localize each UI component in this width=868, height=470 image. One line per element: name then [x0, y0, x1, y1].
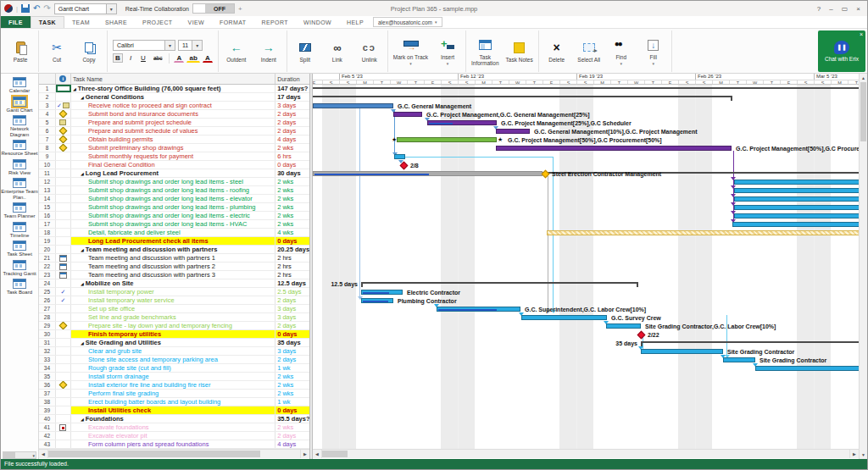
sidebar-item-task-board[interactable]: Task Board: [1, 279, 38, 296]
row-id[interactable]: 29: [39, 322, 56, 329]
row-id[interactable]: 30: [39, 330, 56, 338]
task-name-cell[interactable]: Set up site office: [71, 305, 275, 312]
duration-cell[interactable]: 2 days: [275, 127, 309, 135]
duration-cell[interactable]: 1 wk: [275, 398, 309, 406]
task-bar[interactable]: [521, 315, 607, 320]
table-row[interactable]: 25✓Install temporary power2.5 days: [39, 288, 309, 296]
duration-cell[interactable]: 3 days: [275, 347, 309, 355]
pin-icon[interactable]: +: [238, 5, 242, 13]
table-row[interactable]: 24◢Mobilize on Site12.5 days: [39, 279, 309, 288]
table-row[interactable]: 27Set up site office3 days: [39, 305, 309, 313]
row-id[interactable]: 3: [39, 102, 56, 109]
duration-cell[interactable]: 2 hrs: [275, 263, 309, 270]
table-row[interactable]: 10Final General Condition0 days: [39, 161, 309, 169]
task-name-cell[interactable]: Install exterior fire line and building …: [71, 381, 275, 389]
sidebar-item-tracking-gantt[interactable]: Tracking Gantt: [1, 260, 38, 277]
task-name-cell[interactable]: Set line and grade benchmarks: [71, 313, 275, 321]
duration-cell[interactable]: 0 days: [275, 406, 309, 414]
view-selector[interactable]: Gantt Chart ▾: [54, 3, 117, 14]
close-button[interactable]: ×: [856, 5, 860, 13]
row-id[interactable]: 43: [39, 440, 56, 448]
row-id[interactable]: 37: [39, 390, 56, 397]
row-id[interactable]: 16: [39, 212, 56, 219]
help-button[interactable]: ?: [817, 5, 821, 13]
duration-cell[interactable]: 2 wks: [275, 390, 309, 397]
table-row[interactable]: 34Rough grade site (cut and fill)1 wk: [39, 364, 309, 373]
table-hscrollbar[interactable]: ◀ ▶: [39, 449, 309, 458]
task-bar[interactable]: [394, 154, 405, 159]
row-id[interactable]: 41: [39, 423, 56, 431]
table-row[interactable]: 23Team meeting and discussion with partn…: [39, 271, 309, 279]
table-row[interactable]: 7Obtain building permits4 days: [39, 135, 309, 144]
table-row[interactable]: 4Submit bond and insurance documents2 da…: [39, 110, 309, 119]
font-color-button[interactable]: A: [203, 53, 213, 63]
mark-on-track-button[interactable]: Mark on Track▾: [393, 37, 428, 65]
task-name-cell[interactable]: Submit shop drawings and order long lead…: [71, 203, 275, 211]
table-row[interactable]: 2◢General Conditions17 days: [39, 93, 309, 102]
task-name-cell[interactable]: ◢General Conditions: [71, 93, 275, 101]
row-id[interactable]: 40: [39, 415, 56, 423]
table-row[interactable]: 17Submit shop drawings and order long le…: [39, 220, 309, 229]
menu-tab-window[interactable]: WINDOW: [296, 16, 339, 28]
row-id[interactable]: 27: [39, 305, 56, 312]
duration-cell[interactable]: 2 hrs: [275, 254, 309, 262]
row-id[interactable]: 19: [39, 237, 56, 245]
row-id[interactable]: 4: [39, 110, 56, 118]
cut-button[interactable]: ✂Cut: [44, 40, 70, 63]
task-bar[interactable]: [437, 307, 520, 312]
row-id[interactable]: 39: [39, 406, 56, 414]
collapse-icon[interactable]: ◢: [81, 95, 84, 100]
duration-cell[interactable]: 2 days: [275, 296, 309, 304]
table-row[interactable]: 29Prepare site - lay down yard and tempo…: [39, 322, 309, 330]
duration-cell[interactable]: 3 days: [275, 313, 309, 321]
summary-bar[interactable]: [361, 282, 638, 284]
task-notes-button[interactable]: Task Notes: [506, 40, 533, 63]
table-row[interactable]: 33Stone site access and temporary parkin…: [39, 356, 309, 364]
chart-hscroll-thumb[interactable]: [322, 451, 348, 457]
sidebar-item-risk-view[interactable]: Risk View: [1, 159, 38, 176]
collapse-icon[interactable]: ◢: [81, 247, 84, 252]
task-bar[interactable]: [723, 357, 755, 362]
account-menu[interactable]: alex@housatonic.com ▾: [373, 17, 442, 27]
chevron-down-icon[interactable]: ▾: [192, 41, 202, 50]
duration-cell[interactable]: 2 wks: [275, 186, 309, 194]
row-id[interactable]: 33: [39, 356, 56, 363]
task-name-cell[interactable]: ◢Team meeting and discussion with partne…: [71, 246, 275, 253]
task-bar[interactable]: [397, 137, 497, 142]
table-row[interactable]: 13Submit shop drawings and order long le…: [39, 186, 309, 195]
scroll-right-icon[interactable]: ▶: [849, 450, 859, 458]
chevron-down-icon[interactable]: ▾: [652, 62, 654, 65]
table-row[interactable]: 41Excavate foundations2 wks: [39, 423, 309, 432]
duration-cell[interactable]: 2 wks: [275, 423, 309, 431]
font-size-selector[interactable]: 11▾: [178, 40, 203, 51]
copy-button[interactable]: Copy: [76, 40, 102, 63]
split-button[interactable]: Split: [292, 40, 318, 63]
strikethrough-button[interactable]: abc: [151, 53, 164, 63]
scroll-left-icon[interactable]: ◀: [39, 450, 48, 458]
row-id[interactable]: 14: [39, 195, 56, 202]
duration-cell[interactable]: 2 days: [275, 356, 309, 363]
task-bar[interactable]: [734, 196, 859, 202]
row-id[interactable]: 11: [39, 169, 56, 177]
collapse-icon[interactable]: ◢: [81, 340, 84, 346]
collab-toggle[interactable]: OFF: [192, 3, 235, 14]
task-bar[interactable]: [641, 349, 723, 354]
table-row[interactable]: 43Form column piers and spread foundatio…: [39, 440, 309, 449]
fill-button[interactable]: ↓Fill▾: [641, 37, 666, 65]
duration-cell[interactable]: 6 hrs: [275, 152, 309, 160]
task-name-cell[interactable]: Clear and grub site: [71, 347, 275, 355]
duration-cell[interactable]: 4 days: [275, 440, 309, 448]
collapse-icon[interactable]: ◢: [73, 86, 76, 91]
menu-tab-format[interactable]: FORMAT: [212, 16, 253, 28]
row-id[interactable]: 6: [39, 127, 56, 135]
task-bar[interactable]: [496, 146, 732, 151]
duration-cell[interactable]: 2 days: [275, 432, 309, 440]
task-name-cell[interactable]: Rough grade site (cut and fill): [71, 364, 275, 372]
task-name-cell[interactable]: Final General Condition: [71, 161, 275, 169]
table-hscroll-thumb[interactable]: [48, 451, 260, 457]
table-row[interactable]: 16Submit shop drawings and order long le…: [39, 212, 309, 220]
table-row[interactable]: 36Install exterior fire line and buildin…: [39, 381, 309, 390]
task-bar[interactable]: [734, 213, 859, 218]
duration-cell[interactable]: 147 days?: [275, 85, 309, 92]
duration-cell[interactable]: 1 wk: [275, 364, 309, 372]
